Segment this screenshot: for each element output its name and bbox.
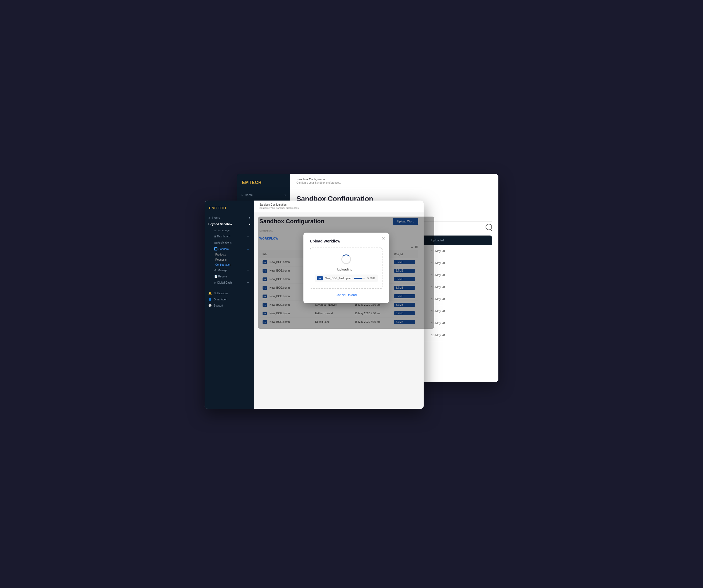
back-date-2: 15 May 20 bbox=[431, 273, 487, 277]
mid-homepage[interactable]: ⌂ Homepage bbox=[205, 227, 254, 233]
mid-sandbox-icon bbox=[214, 247, 217, 250]
back-logo: EMTECH bbox=[237, 180, 290, 190]
mid-nav-divider bbox=[205, 288, 254, 288]
uploading-text: Uploading... bbox=[315, 267, 378, 271]
mid-logo-tech: TECH bbox=[215, 206, 226, 210]
back-nav-home[interactable]: ⌂ Home ▾ bbox=[237, 191, 290, 198]
mid-apps-label: Applications bbox=[217, 241, 232, 244]
mid-logo: EMTECH bbox=[205, 206, 254, 215]
progress-bar-container bbox=[354, 278, 365, 279]
progress-bar-fill bbox=[354, 278, 363, 279]
back-col-uploaded: Uploaded bbox=[431, 239, 487, 242]
mid-dashboard-chevron: ▾ bbox=[247, 235, 249, 238]
mid-requests[interactable]: Requests bbox=[205, 257, 254, 262]
back-date-4: 15 May 20 bbox=[431, 298, 487, 301]
mid-home-label: Home bbox=[212, 216, 220, 219]
mid-support[interactable]: 💬 Support bbox=[205, 303, 254, 309]
mid-sidebar: EMTECH ⌂ Home ▾ Beyond Sandbox ▴ ⌂ Homep… bbox=[205, 200, 254, 409]
modal-overlay: Upload Workflow ✕ Uploading... bog New_B… bbox=[258, 217, 434, 329]
mid-products-label: Products bbox=[215, 253, 226, 256]
back-date-3: 15 May 20 bbox=[431, 285, 487, 289]
file-size: 5.7MB bbox=[367, 277, 375, 280]
mid-breadcrumb-sub: Configure your Sandbox preferences. bbox=[259, 207, 418, 209]
mid-applications[interactable]: ◫ Applications bbox=[205, 240, 254, 246]
mid-home-chevron: ▾ bbox=[249, 216, 250, 219]
file-progress-icon: bog bbox=[317, 276, 323, 280]
upload-spinner bbox=[341, 254, 351, 264]
mid-sandbox-label: Sandbox bbox=[219, 248, 229, 250]
mid-reports[interactable]: 📄 Reports bbox=[205, 273, 254, 279]
mid-dashboard-label: Dashboard bbox=[217, 235, 230, 238]
mid-dc-label: Digital Cash bbox=[217, 281, 232, 284]
mid-breadcrumb-title: Sandbox Configuration bbox=[259, 203, 418, 206]
uploading-file-name: New_BOG_final.bpmn bbox=[325, 277, 352, 280]
mid-home-icon: ⌂ bbox=[208, 216, 210, 219]
mid-beyond-label: Beyond Sandbox bbox=[208, 223, 232, 226]
logo-tech: TECH bbox=[249, 180, 262, 185]
mid-breadcrumb-bar: Sandbox Configuration Configure your San… bbox=[254, 200, 423, 212]
back-search-icon[interactable] bbox=[486, 224, 492, 230]
back-date-7: 15 May 20 bbox=[431, 334, 487, 337]
mid-user[interactable]: 👤 Omar Aboh bbox=[205, 297, 254, 303]
upload-modal: Upload Workflow ✕ Uploading... bog New_B… bbox=[303, 233, 389, 303]
mid-home[interactable]: ⌂ Home ▾ bbox=[205, 215, 254, 221]
mid-products[interactable]: Products bbox=[205, 252, 254, 257]
mid-dashboard[interactable]: ⊞ Dashboard ▾ bbox=[205, 233, 254, 240]
modal-close-button[interactable]: ✕ bbox=[382, 236, 385, 241]
mid-manage-icon: ⚙ bbox=[214, 269, 217, 272]
file-progress-row: bog New_BOG_final.bpmn 5.7MB bbox=[315, 274, 378, 282]
mid-user-label: Omar Aboh bbox=[214, 298, 227, 301]
back-breadcrumb-sub: Configure your Sandbox preferences. bbox=[297, 181, 492, 184]
mid-logo-em: EM bbox=[209, 206, 215, 210]
back-breadcrumb-bar: Sandbox Configuration Configure your San… bbox=[290, 174, 498, 188]
mid-digital-cash[interactable]: ◎ Digital Cash ▾ bbox=[205, 279, 254, 286]
mid-sandbox[interactable]: Sandbox ▴ bbox=[205, 246, 254, 252]
mid-manage-chevron: ▾ bbox=[247, 269, 249, 272]
mid-support-label: Support bbox=[214, 304, 223, 307]
mid-sandbox-chevron: ▴ bbox=[247, 248, 249, 250]
mid-beyond-chevron: ▴ bbox=[249, 223, 250, 226]
logo-em: EM bbox=[242, 180, 249, 185]
mid-beyond-sandbox[interactable]: Beyond Sandbox ▴ bbox=[205, 221, 254, 227]
mid-notifications-label: Notifications bbox=[214, 292, 228, 295]
scene: EMTECH ⌂ Home ▾ Beyond Sandbox ▴ ⌂ Homep… bbox=[205, 174, 498, 414]
back-date-1: 15 May 20 bbox=[431, 261, 487, 265]
mid-homepage-label: Homepage bbox=[217, 229, 230, 232]
mid-configuration[interactable]: Configuration bbox=[205, 262, 254, 267]
back-date-5: 15 May 20 bbox=[431, 310, 487, 313]
mid-dc-chevron: ▾ bbox=[247, 281, 249, 284]
mid-digital-icon: ◎ bbox=[214, 281, 217, 284]
mid-notifications[interactable]: 🔔 Notifications bbox=[205, 290, 254, 297]
upload-drop-zone[interactable]: Uploading... bog New_BOG_final.bpmn 5.7M… bbox=[310, 248, 383, 289]
back-date-6: 15 May 20 bbox=[431, 322, 487, 325]
mid-dashboard-icon: ⊞ bbox=[214, 235, 216, 238]
modal-title: Upload Workflow bbox=[310, 239, 383, 243]
back-breadcrumb-title: Sandbox Configuration bbox=[297, 178, 492, 181]
home-icon: ⌂ bbox=[241, 193, 243, 196]
back-home-label: Home bbox=[245, 193, 253, 196]
back-date-0: 15 May 20 bbox=[431, 249, 487, 253]
cancel-upload-button[interactable]: Cancel Upload bbox=[310, 293, 383, 297]
mid-manage-label: Manage bbox=[218, 269, 227, 272]
mid-config-label: Configuration bbox=[215, 263, 231, 266]
mid-requests-label: Requests bbox=[215, 258, 227, 261]
mid-reports-label: Reports bbox=[218, 275, 228, 278]
home-chevron: ▾ bbox=[285, 193, 286, 196]
mid-manage[interactable]: ⚙ Manage ▾ bbox=[205, 267, 254, 273]
